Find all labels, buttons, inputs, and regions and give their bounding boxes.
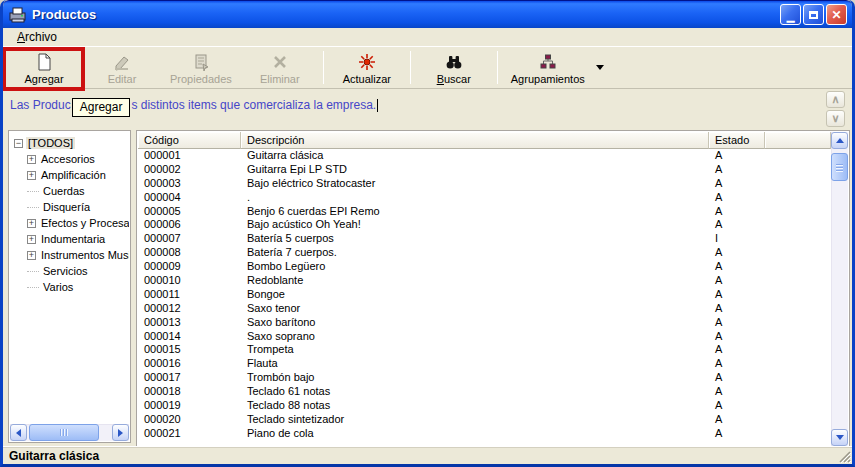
scroll-right-button[interactable] bbox=[112, 424, 129, 441]
tree-item--todos-[interactable]: −[TODOS] bbox=[10, 135, 129, 151]
tree-connector bbox=[27, 287, 39, 288]
tree-item-accesorios[interactable]: +Accesorios bbox=[10, 151, 129, 167]
description-cell: Bajo eléctrico Stratocaster bbox=[241, 177, 709, 191]
code-cell: 000013 bbox=[138, 316, 241, 330]
product-row-000021[interactable]: 000021Piano de colaA bbox=[138, 427, 831, 441]
tree-item-label: Disquería bbox=[41, 201, 92, 213]
column-header-codigo[interactable]: Código bbox=[138, 132, 241, 149]
tree-item-disquería[interactable]: Disquería bbox=[10, 199, 129, 215]
description-scroll-down-button[interactable]: ∨ bbox=[826, 110, 845, 127]
toolbar-separator bbox=[497, 51, 498, 84]
description-cell: Teclado sintetizador bbox=[241, 413, 709, 427]
description-cell: Bombo Legüero bbox=[241, 260, 709, 274]
estado-cell: A bbox=[709, 177, 765, 191]
column-header-estado[interactable]: Estado bbox=[709, 132, 765, 149]
product-row-000002[interactable]: 000002Guitarra Epi LP STDA bbox=[138, 163, 831, 177]
properties-icon bbox=[191, 52, 211, 72]
tree-horizontal-scrollbar[interactable] bbox=[10, 424, 129, 441]
code-cell: 000003 bbox=[138, 177, 241, 191]
arrow-down-icon bbox=[836, 435, 844, 440]
product-row-000013[interactable]: 000013Saxo barítonoA bbox=[138, 316, 831, 330]
toolbar-separator bbox=[410, 51, 411, 84]
product-row-000014[interactable]: 000014Saxo sopranoA bbox=[138, 330, 831, 344]
window-title: Productos bbox=[32, 7, 780, 22]
estado-cell: A bbox=[709, 246, 765, 260]
code-cell: 000010 bbox=[138, 274, 241, 288]
product-row-000010[interactable]: 000010RedoblanteA bbox=[138, 274, 831, 288]
estado-cell: A bbox=[709, 385, 765, 399]
buscar-button[interactable]: Buscar bbox=[415, 48, 493, 87]
tree-item-varios[interactable]: Varios bbox=[10, 279, 129, 295]
product-row-000020[interactable]: 000020Teclado sintetizadorA bbox=[138, 413, 831, 427]
tree-item-cuerdas[interactable]: Cuerdas bbox=[10, 183, 129, 199]
maximize-button[interactable] bbox=[803, 4, 824, 25]
code-cell: 000007 bbox=[138, 232, 241, 246]
eliminar-button: Eliminar bbox=[241, 48, 319, 87]
toolbar-button-label: Buscar bbox=[437, 73, 471, 85]
code-cell: 000006 bbox=[138, 218, 241, 232]
expand-plus-icon[interactable]: + bbox=[27, 251, 36, 260]
tree-item-indumentaria[interactable]: +Indumentaria bbox=[10, 231, 129, 247]
product-row-000012[interactable]: 000012Saxo tenorA bbox=[138, 302, 831, 316]
title-bar[interactable]: Productos ▁ ✕ bbox=[3, 0, 852, 28]
column-header-descripcion[interactable]: Descripción bbox=[241, 132, 709, 149]
estado-cell: A bbox=[709, 274, 765, 288]
product-row-000005[interactable]: 000005Benjo 6 cuerdas EPI RemoA bbox=[138, 205, 831, 219]
description-cell: Piano de cola bbox=[241, 427, 709, 441]
product-row-000016[interactable]: 000016FlautaA bbox=[138, 357, 831, 371]
product-row-000004[interactable]: 000004.A bbox=[138, 191, 831, 205]
product-row-000015[interactable]: 000015TrompetaA bbox=[138, 343, 831, 357]
expand-plus-icon[interactable]: + bbox=[27, 171, 36, 180]
agrupamientos-dropdown-button[interactable] bbox=[594, 48, 612, 87]
scroll-down-button[interactable] bbox=[831, 429, 848, 446]
status-text: Guitarra clásica bbox=[9, 449, 99, 463]
estado-cell: A bbox=[709, 288, 765, 302]
grid-vertical-scrollbar[interactable] bbox=[831, 132, 848, 446]
expand-plus-icon[interactable]: + bbox=[27, 235, 36, 244]
description-scroll-up-button[interactable]: ∧ bbox=[826, 91, 845, 108]
grid-scrollbar-thumb[interactable] bbox=[831, 153, 848, 181]
product-row-000017[interactable]: 000017Trombón bajoA bbox=[138, 371, 831, 385]
tree-scrollbar-thumb[interactable] bbox=[29, 424, 99, 441]
expand-plus-icon[interactable]: + bbox=[27, 219, 36, 228]
product-row-000018[interactable]: 000018Teclado 61 notasA bbox=[138, 385, 831, 399]
product-row-000001[interactable]: 000001Guitarra clásicaA bbox=[138, 149, 831, 163]
minimize-button[interactable]: ▁ bbox=[780, 4, 801, 25]
scroll-up-button[interactable] bbox=[831, 132, 848, 149]
scroll-left-button[interactable] bbox=[10, 424, 27, 441]
agrupamientos-button[interactable]: Agrupamientos bbox=[502, 48, 594, 87]
tree-item-instrumentos-music[interactable]: +Instrumentos Music bbox=[10, 247, 129, 263]
new-document-icon bbox=[34, 52, 54, 72]
tree-item-servicios[interactable]: Servicios bbox=[10, 263, 129, 279]
resize-grip[interactable] bbox=[837, 449, 851, 463]
product-row-000007[interactable]: 000007Batería 5 cuerposI bbox=[138, 232, 831, 246]
tree-connector bbox=[27, 191, 39, 192]
code-cell: 000017 bbox=[138, 371, 241, 385]
text-caret bbox=[377, 99, 378, 112]
grouping-icon bbox=[538, 52, 558, 72]
product-row-000019[interactable]: 000019Teclado 88 notasA bbox=[138, 399, 831, 413]
category-tree: −[TODOS]+Accesorios+AmplificaciónCuerdas… bbox=[10, 132, 129, 425]
tree-item-label: Servicios bbox=[41, 265, 90, 277]
propiedades-button: Propiedades bbox=[161, 48, 241, 87]
actualizar-button[interactable]: Actualizar bbox=[328, 48, 406, 87]
tree-connector bbox=[27, 271, 39, 272]
tree-item-efectos-y-procesa[interactable]: +Efectos y Procesa bbox=[10, 215, 129, 231]
description-cell: Bajo acústico Oh Yeah! bbox=[241, 218, 709, 232]
dropdown-arrow-icon bbox=[596, 65, 604, 70]
expand-plus-icon[interactable]: + bbox=[27, 155, 36, 164]
tree-item-amplificación[interactable]: +Amplificación bbox=[10, 167, 129, 183]
product-row-000008[interactable]: 000008Batería 7 cuerpos.A bbox=[138, 246, 831, 260]
close-button[interactable]: ✕ bbox=[826, 4, 847, 25]
product-row-000011[interactable]: 000011BongoeA bbox=[138, 288, 831, 302]
product-row-000009[interactable]: 000009Bombo LegüeroA bbox=[138, 260, 831, 274]
product-row-000006[interactable]: 000006Bajo acústico Oh Yeah!A bbox=[138, 218, 831, 232]
agregar-button[interactable]: Agregar bbox=[5, 48, 83, 87]
collapse-minus-icon[interactable]: − bbox=[14, 139, 23, 148]
arrow-up-icon bbox=[836, 138, 844, 143]
description-bar: Las ProducAgregars distintos items que c… bbox=[3, 89, 852, 128]
code-cell: 000008 bbox=[138, 246, 241, 260]
productos-window: Productos ▁ ✕ Archivo AgregarEditarPropi… bbox=[0, 0, 855, 467]
menu-item-archivo[interactable]: Archivo bbox=[11, 29, 63, 45]
product-row-000003[interactable]: 000003Bajo eléctrico StratocasterA bbox=[138, 177, 831, 191]
